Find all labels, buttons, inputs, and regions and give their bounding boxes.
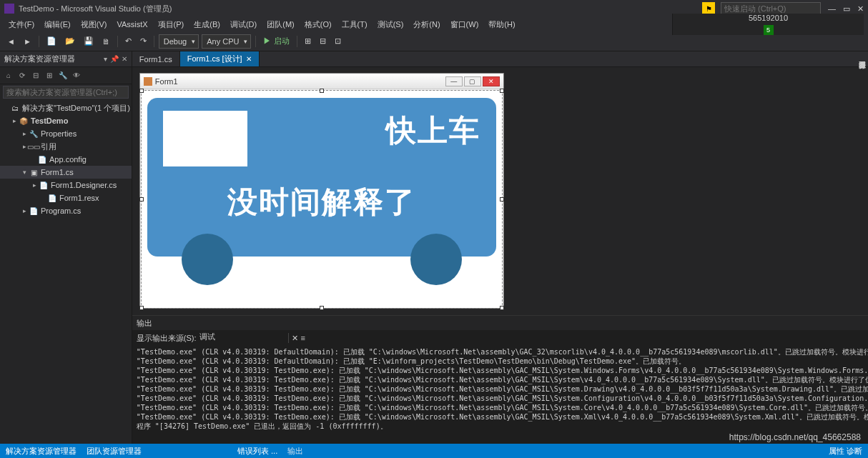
form-close-button[interactable]: ✕ (483, 76, 500, 86)
minimize-button[interactable]: — (828, 4, 836, 14)
bus-image: 快上车 没时间解释了 (147, 98, 496, 284)
refs-icon: ▭▭ (29, 141, 39, 151)
close-icon[interactable]: ✕ (246, 55, 252, 63)
resx-icon: 📄 (47, 193, 57, 203)
status-bar: 解决方案资源管理器 团队资源管理器 错误列表 ... 输出 属性 诊断 (0, 444, 868, 458)
status-output[interactable]: 输出 (287, 446, 303, 457)
menu-help[interactable]: 帮助(H) (484, 18, 519, 31)
tab-form1-code[interactable]: Form1.cs (132, 51, 180, 66)
refresh-icon[interactable]: ⟳ (16, 70, 28, 81)
maximize-button[interactable]: ▭ (843, 4, 850, 14)
platform-combo[interactable]: Any CPU (202, 34, 251, 49)
output-title: 输出 (137, 318, 152, 329)
solution-toolbar: ⌂ ⟳ ⊟ ⊞ 🔧 👁 (0, 67, 132, 84)
output-panel: 输出 显示输出来源(S): 调试 ✕ ≡ "TestDemo.exe" (CLR… (132, 315, 868, 444)
menu-format[interactable]: 格式(O) (300, 18, 336, 31)
menu-analyze[interactable]: 分析(N) (409, 18, 444, 31)
cs-icon: 📄 (29, 206, 39, 216)
cs-icon: 📄 (39, 180, 49, 190)
undo-icon[interactable]: ↶ (122, 35, 134, 47)
home-icon[interactable]: ⌂ (3, 70, 14, 81)
solution-explorer-panel: 解决方案资源管理器 ▾ 📌 ✕ ⌂ ⟳ ⊟ ⊞ 🔧 👁 🗂解决方案"TestDe… (0, 51, 132, 444)
picturebox-control[interactable]: 快上车 没时间解释了 (142, 91, 502, 308)
account-id[interactable]: 565192010 (749, 14, 788, 22)
tab-form1-design[interactable]: Form1.cs [设计]✕ (180, 51, 260, 66)
pin-icon[interactable]: ▾ (104, 55, 107, 63)
form-icon (144, 77, 152, 86)
form-titlebar: Form1 — ▢ ✕ (140, 74, 503, 89)
server-explorer-tab[interactable]: 服务器资源管理器 (857, 51, 868, 60)
config-combo[interactable]: Debug (159, 34, 199, 49)
save-icon[interactable]: 💾 (81, 35, 97, 47)
csproj-icon: 📦 (19, 116, 29, 126)
solution-tree[interactable]: 🗂解决方案"TestDemo"(1 个项目) ▸📦TestDemo ▸🔧Prop… (0, 100, 132, 444)
status-team[interactable]: 团队资源管理器 (87, 446, 142, 457)
close-button[interactable]: ✕ (857, 4, 864, 14)
showall-icon[interactable]: ⊞ (44, 70, 55, 81)
output-source-combo[interactable]: 调试 (199, 332, 285, 344)
wrench-icon: 🔧 (29, 129, 39, 139)
save-all-icon[interactable]: 🗎 (99, 36, 113, 47)
redo-icon[interactable]: ↷ (137, 35, 149, 47)
properties-icon[interactable]: 🔧 (57, 70, 69, 81)
watermark: https://blog.csdn.net/qq_45662588 (729, 432, 861, 442)
status-solexp[interactable]: 解决方案资源管理器 (6, 446, 77, 457)
menu-view[interactable]: 视图(V) (77, 18, 112, 31)
menu-debug[interactable]: 调试(D) (226, 18, 261, 31)
start-button[interactable]: ▶ 启动 (260, 34, 292, 48)
design-form[interactable]: Form1 — ▢ ✕ 快上车 没时间解释了 (139, 73, 504, 309)
output-log[interactable]: "TestDemo.exe" (CLR v4.0.30319: DefaultD… (132, 346, 868, 444)
menu-edit[interactable]: 编辑(E) (40, 18, 75, 31)
window-title: TestDemo - Microsoft Visual Studio (管理员) (19, 4, 702, 14)
menu-team[interactable]: 团队(M) (262, 18, 299, 31)
menu-tools[interactable]: 工具(T) (337, 18, 372, 31)
solution-explorer-title: 解决方案资源管理器 ▾ 📌 ✕ (0, 51, 132, 67)
toggle-icon[interactable]: ≡ (301, 334, 305, 342)
pin-icon[interactable]: 📌 (110, 55, 119, 63)
form-max-button[interactable]: ▢ (464, 76, 481, 86)
preview-icon[interactable]: 👁 (71, 70, 82, 81)
form-min-button[interactable]: — (445, 76, 463, 86)
menu-bar: 文件(F) 编辑(E) 视图(V) VAssistX 项目(P) 生成(B) 调… (0, 17, 868, 31)
close-icon[interactable]: ✕ (122, 55, 127, 63)
sync-badge[interactable]: 5 (764, 25, 774, 35)
align-icon-2[interactable]: ⊟ (317, 35, 329, 47)
status-errorlist[interactable]: 错误列表 ... (237, 446, 277, 457)
output-from-label: 显示输出来源(S): (137, 333, 197, 344)
clear-icon[interactable]: ✕ (292, 334, 298, 343)
menu-project[interactable]: 项目(P) (154, 18, 189, 31)
form-designer[interactable]: Form1 — ▢ ✕ 快上车 没时间解释了 (132, 67, 868, 315)
collapse-icon[interactable]: ⊟ (30, 70, 41, 81)
menu-build[interactable]: 生成(B) (189, 18, 225, 31)
config-icon: 📄 (37, 154, 47, 164)
new-icon[interactable]: 📄 (44, 35, 59, 47)
form-icon: ▣ (29, 167, 39, 177)
solution-search-input[interactable] (3, 86, 129, 99)
open-icon[interactable]: 📂 (62, 35, 78, 47)
align-icon[interactable]: ⊞ (302, 35, 314, 47)
solution-icon: 🗂 (10, 103, 20, 113)
menu-test[interactable]: 测试(S) (373, 18, 408, 31)
document-tabs: Form1.cs Form1.cs [设计]✕ (132, 51, 868, 67)
menu-window[interactable]: 窗口(W) (446, 18, 483, 31)
menu-file[interactable]: 文件(F) (4, 18, 39, 31)
vs-icon (4, 4, 14, 14)
nav-fwd-icon[interactable]: ► (21, 36, 34, 47)
nav-back-icon[interactable]: ◄ (4, 36, 18, 47)
align-icon-3[interactable]: ⊡ (332, 35, 344, 47)
status-right[interactable]: 属性 诊断 (829, 446, 862, 457)
menu-vassistx[interactable]: VAssistX (112, 19, 152, 30)
